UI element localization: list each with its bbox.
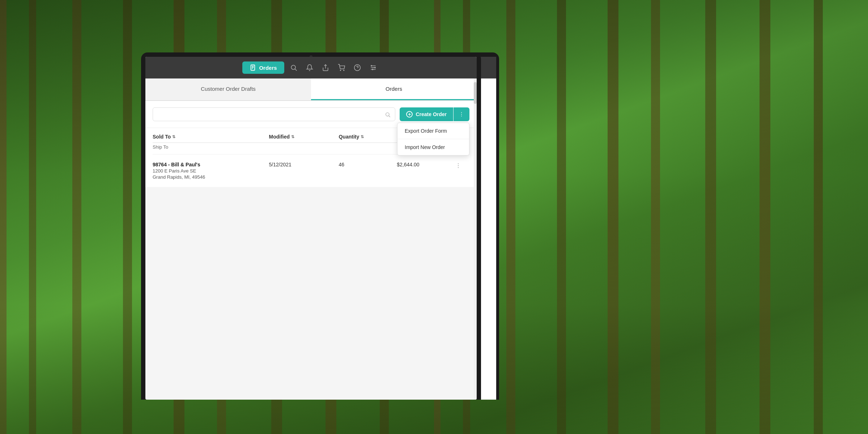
svg-point-23 bbox=[461, 116, 462, 116]
cell-quantity: 46 bbox=[339, 162, 397, 167]
col-header-sold-to: Sold To ⇅ bbox=[153, 134, 269, 140]
svg-point-25 bbox=[458, 165, 459, 166]
svg-point-19 bbox=[386, 112, 389, 116]
dropdown-menu: Export Order Form Import New Order bbox=[397, 123, 469, 156]
tabs-bar: Customer Order Drafts Orders bbox=[145, 78, 477, 101]
svg-point-4 bbox=[291, 65, 295, 69]
create-order-button-group: + Create Order Export Order Form bbox=[400, 107, 469, 121]
sort-icon-sold-to[interactable]: ⇅ bbox=[172, 135, 175, 139]
svg-point-7 bbox=[340, 70, 341, 71]
dropdown-item-export[interactable]: Export Order Form bbox=[397, 123, 469, 139]
subheader-ship-to: Ship To bbox=[153, 144, 269, 150]
svg-point-8 bbox=[343, 70, 344, 71]
table-row: 98764 - Bill & Paul's 1200 E Paris Ave S… bbox=[153, 154, 469, 187]
subheader-modified bbox=[269, 144, 339, 150]
search-icon bbox=[385, 111, 391, 118]
bell-nav-button[interactable] bbox=[303, 61, 316, 74]
share-nav-button[interactable] bbox=[319, 61, 332, 74]
scrollbar-thumb[interactable] bbox=[474, 82, 477, 104]
screen: Orders bbox=[145, 57, 477, 400]
subheader-quantity bbox=[339, 144, 397, 150]
svg-point-14 bbox=[371, 65, 372, 67]
help-nav-button[interactable] bbox=[351, 61, 364, 74]
sort-icon-modified[interactable]: ⇅ bbox=[291, 135, 294, 139]
search-input[interactable] bbox=[153, 108, 395, 121]
laptop-frame: Orders bbox=[141, 52, 481, 400]
col-header-modified: Modified ⇅ bbox=[269, 134, 339, 140]
svg-line-5 bbox=[295, 69, 297, 71]
tab-customer-order-drafts[interactable]: Customer Order Drafts bbox=[145, 78, 311, 100]
action-bar: + Create Order Export Order Form bbox=[145, 101, 477, 128]
svg-point-26 bbox=[458, 167, 459, 168]
svg-point-21 bbox=[461, 112, 462, 113]
create-order-menu-button[interactable] bbox=[454, 107, 469, 121]
plus-circle-icon: + bbox=[406, 111, 413, 118]
svg-point-24 bbox=[458, 163, 459, 164]
cell-row-menu bbox=[455, 162, 469, 169]
cart-nav-button[interactable] bbox=[335, 61, 348, 74]
tab-orders[interactable]: Orders bbox=[311, 78, 477, 100]
cell-sold-to: 98764 - Bill & Paul's 1200 E Paris Ave S… bbox=[153, 162, 269, 180]
cell-total: $2,644.00 bbox=[397, 162, 455, 167]
cell-modified: 5/12/2021 bbox=[269, 162, 339, 167]
search-input-wrap bbox=[153, 107, 395, 121]
filter-nav-button[interactable] bbox=[367, 61, 380, 74]
col-header-quantity: Quantity ⇅ bbox=[339, 134, 397, 140]
svg-line-20 bbox=[389, 116, 390, 117]
scrollbar-track bbox=[474, 78, 477, 400]
search-nav-button[interactable] bbox=[287, 61, 300, 74]
top-nav: Orders bbox=[145, 57, 477, 78]
sort-icon-quantity[interactable]: ⇅ bbox=[361, 135, 364, 139]
row-menu-button[interactable] bbox=[455, 162, 461, 169]
orders-nav-button[interactable]: Orders bbox=[242, 61, 284, 74]
svg-point-22 bbox=[461, 114, 462, 115]
dropdown-item-import[interactable]: Import New Order bbox=[397, 139, 469, 155]
create-order-button[interactable]: + Create Order bbox=[400, 107, 453, 121]
